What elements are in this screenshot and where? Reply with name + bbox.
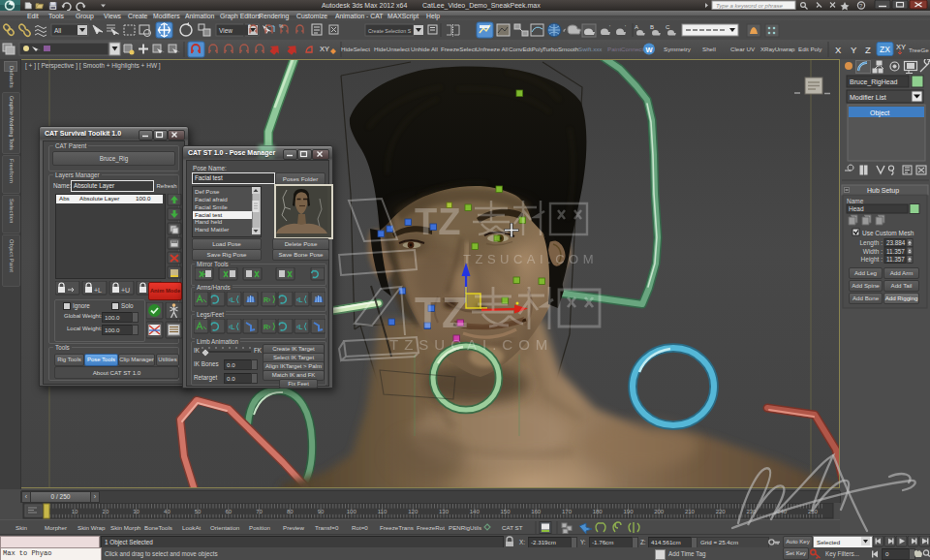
svg-text:23.884: 23.884	[886, 239, 906, 246]
svg-text:Length :: Length :	[860, 239, 884, 247]
svg-text:Name: Name	[847, 198, 864, 204]
svg-text:FreezeSelect: FreezeSelect	[441, 46, 477, 52]
svg-text:TZSUCAI.COM: TZSUCAI.COM	[463, 252, 598, 266]
svg-text:R›: R›	[264, 324, 271, 330]
svg-text:Head: Head	[849, 205, 864, 212]
svg-text:Hub Setup: Hub Setup	[867, 187, 899, 195]
svg-text:': '	[625, 24, 626, 30]
svg-text:Swift.xxx: Swift.xxx	[578, 46, 603, 52]
svg-text:PaintConnect: PaintConnect	[607, 46, 643, 52]
svg-text:70: 70	[256, 509, 263, 514]
svg-text:R›: R›	[264, 296, 271, 303]
svg-text:150: 150	[500, 509, 511, 514]
svg-text:120: 120	[408, 509, 418, 514]
svg-text:Bruce_RigHead: Bruce_RigHead	[850, 78, 898, 86]
svg-text:+L: +L	[94, 287, 102, 294]
svg-text:‹L: ‹L	[229, 324, 235, 330]
svg-text:190: 190	[623, 509, 634, 514]
svg-text:Clear UV: Clear UV	[730, 46, 756, 52]
svg-text:%: %	[279, 23, 284, 29]
svg-text:XY: XY	[320, 45, 329, 53]
svg-text:‹L: ‹L	[296, 296, 303, 303]
svg-text:A: A	[635, 24, 638, 30]
svg-text:Z: Z	[865, 45, 871, 55]
svg-text:Create Selection S: Create Selection S	[368, 28, 412, 34]
svg-text:11.357: 11.357	[886, 248, 905, 255]
svg-text:180: 180	[593, 509, 604, 514]
svg-text:TZ: TZ	[415, 289, 469, 336]
svg-text:XY: XY	[896, 43, 906, 51]
svg-text:All: All	[54, 27, 62, 34]
svg-text:‹L: ‹L	[229, 296, 235, 303]
svg-text:?: ?	[859, 3, 863, 9]
svg-text:20: 20	[103, 509, 109, 514]
svg-text:210: 210	[685, 509, 696, 514]
svg-text:TZ: TZ	[415, 202, 461, 242]
svg-text:View: View	[219, 27, 232, 34]
svg-text:CatLee_Video_Demo_SneakPeek.ma: CatLee_Video_Demo_SneakPeek.max	[422, 2, 541, 10]
svg-text:140: 140	[470, 509, 480, 514]
svg-text:ZX: ZX	[880, 45, 890, 54]
svg-text:3: 3	[248, 23, 251, 29]
svg-text:100: 100	[347, 509, 357, 514]
svg-text:TreeGe: TreeGe	[909, 47, 929, 53]
svg-text:HideSelect: HideSelect	[341, 46, 370, 52]
svg-text:X: X	[835, 45, 842, 55]
svg-text:Use Custom Mesh: Use Custom Mesh	[862, 230, 914, 236]
svg-text:C: C	[666, 24, 670, 30]
svg-text:Height :: Height :	[861, 256, 884, 264]
svg-text:Object: Object	[870, 109, 889, 117]
svg-text:130: 130	[439, 509, 450, 514]
svg-text:Edit Poly: Edit Poly	[798, 46, 822, 52]
svg-text:40: 40	[164, 509, 170, 514]
svg-text:Autodesk 3ds Max 2012 x64: Autodesk 3ds Max 2012 x64	[322, 2, 407, 9]
svg-text:[ + ] [ Perspective ] [ Smooth: [ + ] [ Perspective ] [ Smooth + Highlig…	[25, 62, 161, 70]
svg-text:': '	[609, 24, 610, 30]
svg-text:Symmetry: Symmetry	[664, 46, 692, 52]
svg-text:Y: Y	[851, 45, 857, 55]
svg-text:80: 80	[287, 509, 294, 514]
svg-text:200: 200	[654, 509, 665, 514]
svg-text:110: 110	[378, 509, 388, 514]
svg-text:ConvEdtPoly: ConvEdtPoly	[509, 46, 544, 52]
svg-text:90: 90	[318, 509, 325, 514]
svg-text:+U: +U	[121, 287, 130, 294]
svg-text:TurboSmooth: TurboSmooth	[542, 46, 579, 52]
svg-text:‹L: ‹L	[296, 324, 303, 330]
svg-text:Shell: Shell	[702, 46, 716, 52]
svg-text:60: 60	[225, 509, 232, 514]
svg-text:∠: ∠	[264, 23, 267, 29]
svg-text:30: 30	[133, 509, 140, 514]
svg-text:10: 10	[72, 509, 78, 514]
svg-text:170: 170	[562, 509, 573, 514]
svg-text:Unfreeze All: Unfreeze All	[476, 46, 508, 52]
svg-text:160: 160	[531, 509, 542, 514]
svg-text:Modifier List: Modifier List	[850, 94, 886, 101]
svg-text:HideUnselect: HideUnselect	[374, 46, 410, 52]
svg-text:XRayUnwrap: XRayUnwrap	[760, 46, 795, 52]
svg-text:11.357: 11.357	[886, 256, 905, 263]
svg-text:W: W	[646, 46, 654, 54]
svg-text:B: B	[650, 24, 654, 30]
svg-text:TZSUCAI.COM: TZSUCAI.COM	[389, 336, 553, 353]
svg-text:50: 50	[195, 509, 202, 514]
svg-text:Type a keyword or phrase: Type a keyword or phrase	[716, 3, 784, 9]
svg-text:Width :: Width :	[863, 248, 883, 255]
svg-text:Unhide All: Unhide All	[411, 46, 438, 52]
